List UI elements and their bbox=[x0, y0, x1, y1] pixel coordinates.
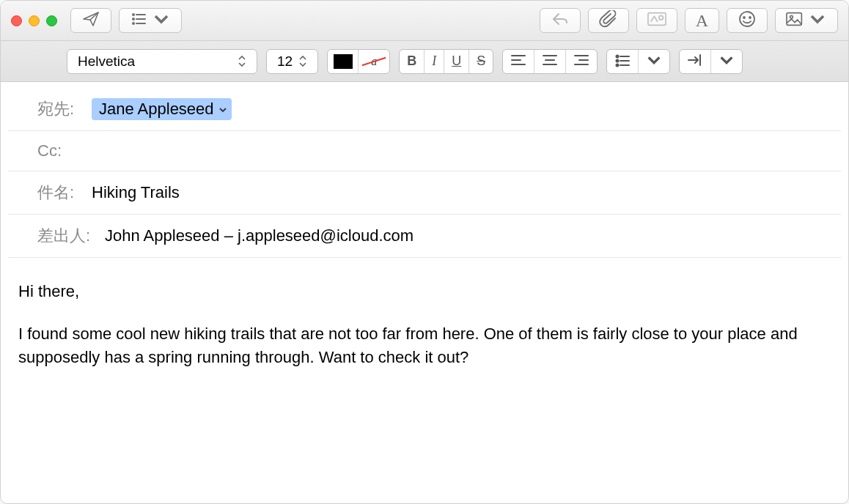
recipient-name: Jane Appleseed bbox=[99, 100, 214, 119]
minimize-window-button[interactable] bbox=[29, 15, 40, 26]
from-row[interactable]: 差出人: John Appleseed – j.appleseed@icloud… bbox=[8, 215, 841, 258]
subject-value: Hiking Trails bbox=[92, 183, 180, 202]
black-swatch-icon bbox=[334, 54, 353, 69]
message-paragraph: I found some cool new hiking trails that… bbox=[18, 322, 831, 369]
message-body[interactable]: Hi there, I found some cool new hiking t… bbox=[1, 258, 848, 410]
reply-arrow-icon bbox=[551, 10, 570, 31]
format-toolbar: Helvetica 12 a B I U S bbox=[1, 41, 848, 82]
paper-plane-icon bbox=[81, 10, 100, 31]
font-family-stepper-icon bbox=[238, 55, 251, 67]
list-group bbox=[606, 49, 670, 74]
svg-point-4 bbox=[133, 23, 134, 24]
subject-label: 件名: bbox=[37, 182, 81, 204]
list-icon bbox=[130, 10, 149, 31]
chevron-down-icon bbox=[218, 100, 227, 119]
svg-point-24 bbox=[617, 59, 619, 62]
compose-area: 宛先: Jane Appleseed Cc: 件名: Hiking Trails… bbox=[1, 82, 848, 410]
bold-button[interactable]: B bbox=[400, 50, 425, 73]
bg-color-button[interactable]: a bbox=[359, 50, 389, 73]
text-color-button[interactable] bbox=[328, 50, 359, 73]
markup-icon bbox=[647, 10, 666, 31]
indent-group bbox=[679, 49, 743, 74]
strike-button[interactable]: S bbox=[469, 50, 493, 73]
close-window-button[interactable] bbox=[11, 15, 22, 26]
svg-rect-11 bbox=[787, 13, 801, 26]
align-group bbox=[502, 49, 598, 74]
chevron-down-icon bbox=[152, 10, 171, 31]
no-fill-icon: a bbox=[364, 53, 384, 70]
emoji-icon bbox=[738, 10, 757, 31]
svg-point-12 bbox=[790, 15, 793, 18]
recipient-token[interactable]: Jane Appleseed bbox=[92, 98, 232, 120]
window-controls bbox=[11, 15, 57, 26]
from-value: John Appleseed – j.appleseed@icloud.com bbox=[105, 226, 414, 245]
header-fields-button[interactable] bbox=[119, 8, 182, 33]
attach-button[interactable] bbox=[588, 8, 629, 33]
reply-button[interactable] bbox=[540, 8, 581, 33]
paperclip-icon bbox=[599, 10, 618, 31]
from-label: 差出人: bbox=[37, 225, 95, 247]
photo-browser-button[interactable] bbox=[775, 8, 838, 33]
emoji-button[interactable] bbox=[727, 8, 768, 33]
list-style-menu[interactable] bbox=[639, 50, 669, 73]
svg-point-22 bbox=[617, 55, 619, 57]
font-size-label: 12 bbox=[277, 53, 293, 70]
style-group: B I U S bbox=[399, 49, 493, 74]
font-family-label: Helvetica bbox=[78, 53, 135, 70]
font-size-stepper-icon bbox=[298, 55, 312, 67]
font-size-select[interactable]: 12 bbox=[266, 49, 318, 74]
markup-button[interactable] bbox=[636, 8, 677, 33]
format-button[interactable]: A bbox=[685, 8, 719, 33]
align-right-icon bbox=[573, 52, 589, 71]
to-label: 宛先: bbox=[37, 98, 81, 120]
svg-point-2 bbox=[133, 18, 134, 20]
chevron-down-icon bbox=[718, 52, 735, 71]
bullet-list-icon bbox=[614, 52, 631, 71]
to-row[interactable]: 宛先: Jane Appleseed bbox=[8, 82, 841, 131]
underline-button[interactable]: U bbox=[444, 50, 469, 73]
format-a-icon: A bbox=[696, 12, 708, 29]
color-group: a bbox=[327, 49, 390, 74]
indent-menu[interactable] bbox=[711, 50, 742, 73]
svg-point-7 bbox=[658, 15, 663, 20]
message-greeting: Hi there, bbox=[18, 280, 831, 303]
font-family-select[interactable]: Helvetica bbox=[67, 49, 257, 74]
list-style-button[interactable] bbox=[607, 50, 639, 73]
chevron-down-icon bbox=[646, 52, 662, 71]
photo-icon bbox=[786, 10, 805, 31]
align-center-icon bbox=[542, 52, 558, 71]
align-left-button[interactable] bbox=[503, 50, 534, 73]
svg-point-9 bbox=[743, 17, 745, 18]
svg-point-0 bbox=[133, 14, 134, 15]
cc-row[interactable]: Cc: bbox=[8, 131, 841, 171]
subject-row[interactable]: 件名: Hiking Trails bbox=[8, 171, 841, 215]
cc-label: Cc: bbox=[37, 141, 81, 160]
zoom-window-button[interactable] bbox=[46, 15, 57, 26]
italic-button[interactable]: I bbox=[425, 50, 444, 73]
svg-point-26 bbox=[617, 64, 619, 66]
svg-point-8 bbox=[740, 12, 754, 26]
window-titlebar: A bbox=[1, 1, 848, 41]
indent-button[interactable] bbox=[680, 50, 711, 73]
align-left-icon bbox=[510, 52, 526, 71]
svg-point-10 bbox=[749, 17, 751, 18]
chevron-down-icon bbox=[808, 10, 827, 31]
send-button[interactable] bbox=[70, 8, 111, 33]
align-right-button[interactable] bbox=[566, 50, 597, 73]
indent-icon bbox=[687, 52, 703, 71]
align-center-button[interactable] bbox=[534, 50, 566, 73]
